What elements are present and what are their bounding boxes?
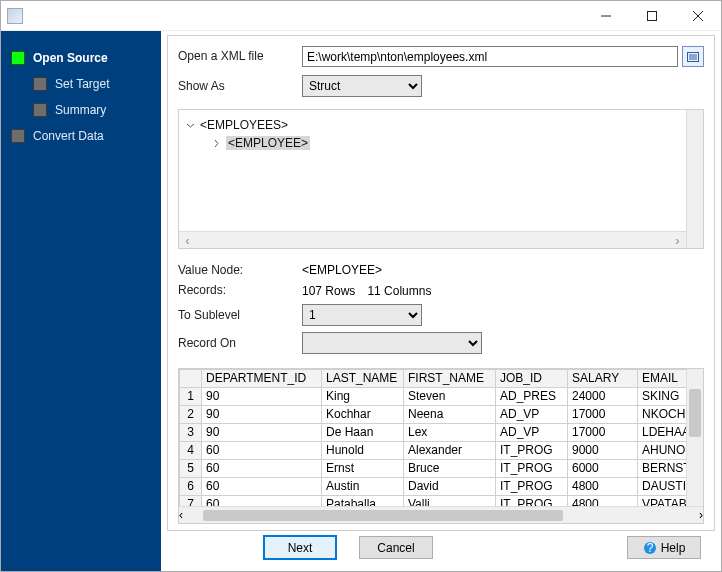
cell-first-name[interactable]: Neena	[404, 405, 496, 423]
show-as-label: Show As	[178, 79, 302, 93]
cell-department-id[interactable]: 90	[202, 423, 322, 441]
value-node-value: <EMPLOYEE>	[302, 263, 382, 277]
cell-job-id[interactable]: AD_VP	[496, 423, 568, 441]
col-job-id[interactable]: JOB_ID	[496, 369, 568, 387]
xml-tree[interactable]: <EMPLOYEES> <EMPLOYEE> ‹ ›	[178, 109, 704, 249]
table-row[interactable]: 660AustinDavidIT_PROG4800DAUSTIN	[180, 477, 704, 495]
cell-department-id[interactable]: 60	[202, 459, 322, 477]
scroll-thumb-vertical[interactable]	[689, 389, 701, 437]
grid-scrollbar-vertical[interactable]	[686, 369, 703, 506]
info-block: Value Node: <EMPLOYEE> Records: 107 Rows…	[178, 257, 704, 354]
tree-node-label: <EMPLOYEES>	[200, 118, 288, 132]
cell-last-name[interactable]: King	[322, 387, 404, 405]
cell-last-name[interactable]: Austin	[322, 477, 404, 495]
cell-first-name[interactable]: Lex	[404, 423, 496, 441]
step-indicator-icon	[33, 77, 47, 91]
cell-salary[interactable]: 17000	[568, 405, 638, 423]
cell-salary[interactable]: 17000	[568, 423, 638, 441]
scroll-left-icon[interactable]: ‹	[179, 232, 196, 249]
cell-first-name[interactable]: David	[404, 477, 496, 495]
scroll-right-icon[interactable]: ›	[669, 232, 686, 249]
rownum-header[interactable]	[180, 369, 202, 387]
rownum-cell: 4	[180, 441, 202, 459]
cell-department-id[interactable]: 60	[202, 441, 322, 459]
cell-last-name[interactable]: Ernst	[322, 459, 404, 477]
cell-last-name[interactable]: Hunold	[322, 441, 404, 459]
col-last-name[interactable]: LAST_NAME	[322, 369, 404, 387]
collapse-icon[interactable]	[185, 120, 196, 131]
sidebar-item-label: Open Source	[33, 51, 108, 65]
sidebar-item-summary[interactable]: Summary	[1, 97, 161, 123]
table-row[interactable]: 460HunoldAlexanderIT_PROG9000AHUNOL	[180, 441, 704, 459]
help-button-label: Help	[661, 541, 686, 555]
maximize-button[interactable]	[629, 1, 675, 31]
expand-icon[interactable]	[211, 138, 222, 149]
table-row[interactable]: 290KochharNeenaAD_VP17000NKOCHH	[180, 405, 704, 423]
next-button-label: Next	[288, 541, 313, 555]
cell-last-name[interactable]: De Haan	[322, 423, 404, 441]
tree-node-child[interactable]: <EMPLOYEE>	[185, 134, 699, 152]
cell-department-id[interactable]: 90	[202, 387, 322, 405]
col-first-name[interactable]: FIRST_NAME	[404, 369, 496, 387]
browse-button[interactable]	[682, 46, 704, 67]
cell-first-name[interactable]: Alexander	[404, 441, 496, 459]
close-button[interactable]	[675, 1, 721, 31]
cell-first-name[interactable]: Bruce	[404, 459, 496, 477]
table-row[interactable]: 560ErnstBruceIT_PROG6000BERNST	[180, 459, 704, 477]
scroll-right-icon[interactable]: ›	[699, 508, 703, 522]
app-icon	[7, 8, 23, 24]
cell-job-id[interactable]: AD_VP	[496, 405, 568, 423]
cell-job-id[interactable]: IT_PROG	[496, 459, 568, 477]
data-grid: DEPARTMENT_ID LAST_NAME FIRST_NAME JOB_I…	[178, 368, 704, 524]
col-department-id[interactable]: DEPARTMENT_ID	[202, 369, 322, 387]
svg-text:?: ?	[646, 541, 653, 555]
show-as-select[interactable]: Struct	[302, 75, 422, 97]
row-records: Records: 107 Rows 11 Columns	[178, 283, 704, 297]
tree-node-root[interactable]: <EMPLOYEES>	[185, 116, 699, 134]
content: Open Source Set Target Summary Convert D…	[1, 31, 721, 571]
browse-icon	[686, 50, 700, 64]
cell-last-name[interactable]: Kochhar	[322, 405, 404, 423]
tree-node-label: <EMPLOYEE>	[226, 136, 310, 150]
next-button[interactable]: Next	[263, 535, 337, 560]
row-value-node: Value Node: <EMPLOYEE>	[178, 263, 704, 277]
cell-job-id[interactable]: AD_PRES	[496, 387, 568, 405]
cell-job-id[interactable]: IT_PROG	[496, 477, 568, 495]
cell-salary[interactable]: 6000	[568, 459, 638, 477]
scroll-thumb-horizontal[interactable]	[203, 510, 563, 521]
scroll-left-icon[interactable]: ‹	[179, 508, 183, 522]
record-on-select[interactable]	[302, 332, 482, 354]
sidebar: Open Source Set Target Summary Convert D…	[1, 31, 161, 571]
cell-salary[interactable]: 9000	[568, 441, 638, 459]
help-button[interactable]: ? Help	[627, 536, 701, 559]
sidebar-item-open-source[interactable]: Open Source	[1, 45, 161, 71]
cell-department-id[interactable]: 90	[202, 405, 322, 423]
cancel-button-label: Cancel	[377, 541, 414, 555]
value-node-label: Value Node:	[178, 263, 302, 277]
grid-scrollbar-horizontal[interactable]: ‹ ›	[179, 506, 703, 523]
table-row[interactable]: 390De HaanLexAD_VP17000LDEHAAN	[180, 423, 704, 441]
cell-job-id[interactable]: IT_PROG	[496, 441, 568, 459]
sidebar-item-set-target[interactable]: Set Target	[1, 71, 161, 97]
file-path-input[interactable]	[302, 46, 678, 67]
help-icon: ?	[643, 541, 657, 555]
cell-salary[interactable]: 24000	[568, 387, 638, 405]
tree-scrollbar-horizontal[interactable]: ‹ ›	[179, 231, 686, 248]
to-sublevel-label: To Sublevel	[178, 308, 302, 322]
row-to-sublevel: To Sublevel 1	[178, 304, 704, 326]
open-file-label: Open a XML file	[178, 49, 302, 63]
rownum-cell: 3	[180, 423, 202, 441]
col-salary[interactable]: SALARY	[568, 369, 638, 387]
cell-department-id[interactable]: 60	[202, 477, 322, 495]
sidebar-item-convert-data[interactable]: Convert Data	[1, 123, 161, 149]
cell-first-name[interactable]: Steven	[404, 387, 496, 405]
grid-viewport[interactable]: DEPARTMENT_ID LAST_NAME FIRST_NAME JOB_I…	[179, 369, 703, 523]
table-row[interactable]: 190KingStevenAD_PRES24000SKING	[180, 387, 704, 405]
cell-salary[interactable]: 4800	[568, 477, 638, 495]
to-sublevel-select[interactable]: 1	[302, 304, 422, 326]
cancel-button[interactable]: Cancel	[359, 536, 433, 559]
tree-scrollbar-vertical[interactable]	[686, 110, 703, 248]
minimize-button[interactable]	[583, 1, 629, 31]
step-indicator-icon	[11, 51, 25, 65]
sidebar-item-label: Set Target	[55, 77, 109, 91]
